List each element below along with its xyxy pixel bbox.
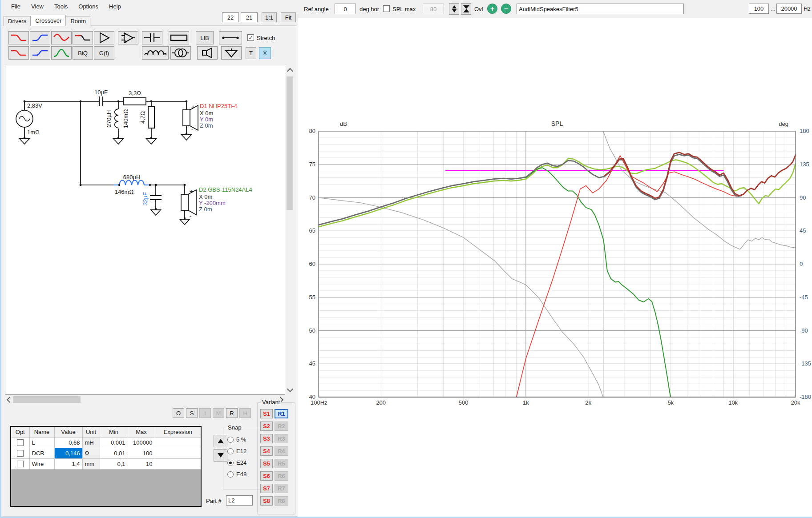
overlay-remove-button[interactable]: − xyxy=(501,4,511,14)
shelf-filter-button[interactable] xyxy=(73,31,93,44)
freq-max-field[interactable]: 20000 xyxy=(776,4,802,14)
freq-min-field[interactable]: 100 xyxy=(749,4,769,14)
variant-s6-button[interactable]: S6 xyxy=(260,471,273,481)
vscroll-thumb[interactable] xyxy=(287,76,293,210)
bandpass-icon xyxy=(53,48,70,58)
ground-button[interactable] xyxy=(221,46,242,60)
source-impedance-label: 1mΩ xyxy=(27,129,40,136)
table-row[interactable]: DCR0,146Ω0,01100 xyxy=(11,448,201,458)
lowpass-filter-button[interactable] xyxy=(8,31,29,44)
gf-button[interactable]: G(f) xyxy=(94,46,114,60)
variant-s8-button[interactable]: S8 xyxy=(260,496,273,506)
menu-help[interactable]: Help xyxy=(104,1,126,12)
amplifier-button[interactable] xyxy=(94,31,114,44)
opt-button-s[interactable]: S xyxy=(186,408,198,418)
text-tool-button[interactable]: T xyxy=(246,47,256,59)
column-header-unit[interactable]: Unit xyxy=(82,426,100,437)
tab-room[interactable]: Room xyxy=(66,16,90,26)
deg-tick-label: -135 xyxy=(800,360,811,367)
d2-minus-label: - xyxy=(190,213,191,219)
db-tick-label: 55 xyxy=(309,294,315,301)
inductor-button[interactable] xyxy=(142,46,169,60)
highshelf-filter-button[interactable] xyxy=(30,46,50,60)
column-header-min[interactable]: Min xyxy=(100,426,128,437)
ref-angle-field[interactable]: 0 xyxy=(335,4,356,14)
snap-option-E12[interactable]: E12 xyxy=(227,448,262,454)
delete-tool-button[interactable]: X xyxy=(259,47,271,59)
variant-s1-button[interactable]: S1 xyxy=(260,409,273,418)
spl-max-checkbox[interactable] xyxy=(383,5,390,12)
column-header-opt[interactable]: Opt xyxy=(11,426,29,437)
hscroll-thumb[interactable] xyxy=(13,396,81,403)
stretch-checkbox[interactable]: ✓ xyxy=(247,34,254,41)
opt-checkbox[interactable] xyxy=(17,461,24,467)
bandstop-filter-button[interactable] xyxy=(51,31,72,44)
freq-tick-label: 1k xyxy=(523,399,529,406)
opt-checkbox[interactable] xyxy=(17,450,24,457)
library-button[interactable]: LIB xyxy=(196,31,214,44)
scroll-down-icon[interactable] xyxy=(287,386,293,392)
transformer-button[interactable] xyxy=(170,46,191,60)
column-header-value[interactable]: Value xyxy=(54,426,82,437)
fit-button[interactable]: Fit xyxy=(281,12,296,22)
menu-view[interactable]: View xyxy=(26,1,49,12)
variant-s4-button[interactable]: S4 xyxy=(260,446,273,456)
opamp-button[interactable] xyxy=(118,31,138,44)
column-header-max[interactable]: Max xyxy=(128,426,155,437)
variant-s2-button[interactable]: S2 xyxy=(260,422,273,431)
snap-option-E48[interactable]: E48 xyxy=(227,471,262,478)
spinner-down-icon xyxy=(452,9,456,15)
part-number-field[interactable]: L2 xyxy=(226,495,253,506)
overlay-add-button[interactable]: + xyxy=(487,4,497,14)
overlay-name-field[interactable]: AudiMidSpeakesFilter5 xyxy=(517,4,684,14)
freq-tick-label: 20k xyxy=(791,399,800,406)
wire-button[interactable] xyxy=(219,31,242,44)
bandpass-filter-button[interactable] xyxy=(51,46,72,60)
variant-s5-button[interactable]: S5 xyxy=(260,459,273,468)
zoom-1to1-button[interactable]: 1:1 xyxy=(262,12,277,22)
column-header-expression[interactable]: Expression xyxy=(155,426,201,437)
spl-chart[interactable]: SPLdBdeg80757065605550454018013590450-45… xyxy=(298,18,812,517)
grid-width-field[interactable]: 22 xyxy=(222,12,239,22)
l2-value-label: 680µH xyxy=(123,174,141,181)
d1-plus-label: + xyxy=(191,104,195,110)
deg-hor-label: deg hor xyxy=(360,4,379,14)
freq-tick-label: 5k xyxy=(668,399,674,406)
autoscale-button[interactable] xyxy=(461,3,471,15)
opt-button-o[interactable]: O xyxy=(173,408,184,418)
tab-crossover[interactable]: Crossover xyxy=(31,15,66,26)
deg-tick-label: 90 xyxy=(800,194,806,201)
variant-s7-button[interactable]: S7 xyxy=(260,484,273,493)
scroll-up-icon[interactable] xyxy=(287,68,293,74)
component-parameter-table[interactable]: OptNameValueUnitMinMaxExpression L0,68mH… xyxy=(10,426,202,507)
grid-height-field[interactable]: 21 xyxy=(241,12,258,22)
scroll-left-icon[interactable] xyxy=(7,397,13,403)
resistor-button[interactable] xyxy=(169,31,189,44)
spl-max-spinner[interactable] xyxy=(449,3,459,15)
schematic-vscrollbar[interactable] xyxy=(286,66,294,395)
l2-dcr-label: 146mΩ xyxy=(115,189,134,195)
tab-drivers[interactable]: Drivers xyxy=(4,16,31,26)
menu-options[interactable]: Options xyxy=(73,1,104,12)
table-row[interactable]: Wire1,4mm0,110 xyxy=(11,458,201,469)
snap-option-E24[interactable]: E24 xyxy=(227,459,262,466)
menu-bar: FileViewToolsOptionsHelp xyxy=(6,1,126,12)
biquad-button[interactable]: BiQ xyxy=(73,46,93,60)
capacitor-button[interactable] xyxy=(142,31,162,44)
variant-r1-button[interactable]: R1 xyxy=(275,409,288,418)
highpass-filter-button[interactable] xyxy=(30,31,50,44)
snap-option-5[interactable]: 5 % xyxy=(227,436,262,443)
schematic-hscrollbar[interactable] xyxy=(5,396,285,403)
column-header-name[interactable]: Name xyxy=(29,426,54,437)
opt-checkbox[interactable] xyxy=(17,439,24,446)
lowshelf-filter-button[interactable] xyxy=(8,46,29,60)
opt-button-r[interactable]: R xyxy=(226,408,238,418)
right-axis-unit-label: deg xyxy=(779,120,788,127)
speaker-button[interactable] xyxy=(197,46,218,60)
db-tick-label: 65 xyxy=(309,227,315,234)
highshelf-icon xyxy=(32,48,48,58)
menu-file[interactable]: File xyxy=(6,1,26,12)
table-row[interactable]: L0,68mH0,001100000 xyxy=(11,437,201,448)
variant-s3-button[interactable]: S3 xyxy=(260,434,273,443)
menu-tools[interactable]: Tools xyxy=(49,1,73,12)
